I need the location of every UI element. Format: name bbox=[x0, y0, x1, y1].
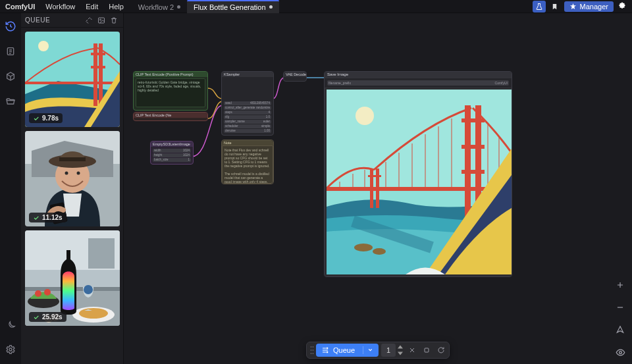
queue-item[interactable]: 9.78s bbox=[25, 32, 120, 127]
prompt-text[interactable]: retro-futuristic Golden Gate bridge, vin… bbox=[136, 78, 205, 107]
rail-settings-button[interactable] bbox=[4, 343, 17, 356]
queue-title: QUEUE bbox=[25, 16, 50, 24]
svg-rect-18 bbox=[59, 157, 86, 161]
rail-history-button[interactable] bbox=[4, 20, 17, 33]
check-icon bbox=[33, 215, 40, 221]
close-icon bbox=[408, 346, 416, 354]
stop-icon bbox=[423, 346, 431, 354]
unsaved-dot-icon bbox=[177, 5, 180, 9]
queue-image-button[interactable] bbox=[96, 15, 107, 26]
svg-point-63 bbox=[310, 353, 311, 354]
rail-models-button[interactable] bbox=[4, 70, 17, 83]
batch-count[interactable]: 1 bbox=[381, 344, 396, 357]
eye-icon bbox=[616, 348, 625, 357]
svg-point-15 bbox=[65, 172, 68, 175]
queue-header: QUEUE bbox=[21, 13, 123, 28]
unsaved-dot-icon bbox=[269, 5, 273, 9]
preview-image bbox=[327, 90, 512, 274]
field-row[interactable]: width1024 bbox=[153, 149, 191, 153]
menu-help[interactable]: Help bbox=[103, 1, 129, 13]
graph-canvas[interactable]: CLIP Text Encode (Positive Prompt) retro… bbox=[124, 13, 632, 364]
node-title: KSampler bbox=[222, 72, 273, 77]
drag-handle[interactable] bbox=[308, 346, 316, 355]
svg-point-58 bbox=[619, 351, 621, 353]
cube-icon bbox=[5, 71, 16, 82]
menu-workflow[interactable]: Workflow bbox=[40, 1, 80, 13]
step-up-button[interactable] bbox=[396, 344, 404, 350]
fit-view-button[interactable] bbox=[614, 323, 627, 336]
field-row[interactable]: seed483139545574 bbox=[224, 101, 271, 105]
field-row[interactable]: steps4 bbox=[224, 111, 271, 115]
check-icon bbox=[33, 115, 40, 122]
folder-open-icon bbox=[5, 96, 16, 107]
collapse-icon bbox=[85, 16, 93, 24]
beaker-button[interactable] bbox=[533, 1, 546, 13]
puzzle-icon bbox=[618, 2, 627, 11]
node-title: EmptySD3LatentImage bbox=[151, 142, 193, 147]
field-row[interactable]: batch_size1 bbox=[153, 158, 191, 162]
svg-point-29 bbox=[79, 308, 108, 319]
run-toolbar: Queue 1 bbox=[306, 342, 450, 359]
svg-rect-40 bbox=[461, 145, 485, 149]
plus-icon bbox=[616, 280, 625, 290]
node-title: CLIP Text Encode (Positive Prompt) bbox=[134, 72, 207, 77]
extensions-button[interactable] bbox=[616, 1, 628, 13]
node-title: Note bbox=[222, 140, 273, 145]
svg-point-2 bbox=[9, 348, 12, 351]
queue-clear-button[interactable] bbox=[109, 15, 119, 26]
chevron-down-icon bbox=[398, 351, 403, 355]
queue-item[interactable]: 11.12s bbox=[25, 131, 120, 226]
stop-button[interactable] bbox=[420, 344, 433, 357]
svg-point-57 bbox=[373, 248, 386, 255]
field-row[interactable]: sampler_nameeuler bbox=[224, 120, 271, 124]
bookmark-button[interactable] bbox=[548, 1, 562, 13]
node-note[interactable]: Note Note that Flux dev and schnell do n… bbox=[221, 140, 274, 184]
node-save-image[interactable]: Save Image filename_prefix ComfyUI bbox=[324, 71, 512, 277]
cancel-button[interactable] bbox=[406, 344, 419, 357]
queue-item[interactable]: 25.92s bbox=[25, 230, 120, 326]
zoom-out-button[interactable] bbox=[614, 301, 627, 314]
app-logo: ComfyUI bbox=[0, 1, 40, 13]
queue-run-button[interactable]: Queue bbox=[316, 344, 379, 357]
zoom-in-button[interactable] bbox=[614, 278, 627, 292]
manager-button[interactable]: Manager bbox=[564, 1, 614, 12]
svg-rect-22 bbox=[88, 238, 115, 269]
node-clip-positive[interactable]: CLIP Text Encode (Positive Prompt) retro… bbox=[133, 71, 208, 111]
menu-edit[interactable]: Edit bbox=[80, 1, 103, 13]
tab-workflow-2[interactable]: Workflow 2 bbox=[132, 0, 187, 13]
rail-theme-button[interactable] bbox=[4, 319, 17, 332]
rail-folder-button[interactable] bbox=[4, 95, 17, 108]
field-row[interactable]: schedulersimple bbox=[224, 124, 271, 128]
svg-rect-11 bbox=[25, 82, 120, 84]
field-row[interactable]: denoise1.00 bbox=[224, 129, 271, 133]
field-row[interactable]: height1024 bbox=[153, 153, 191, 157]
queue-dropdown[interactable] bbox=[363, 346, 373, 354]
note-text: Note that Flux dev and schnell do not ha… bbox=[222, 145, 273, 184]
flow-icon bbox=[321, 346, 329, 354]
tab-flux-bottle[interactable]: Flux Bottle Generation bbox=[187, 0, 278, 13]
node-vae-decode[interactable]: VAE Decode bbox=[283, 71, 307, 82]
field-row[interactable]: filename_prefix ComfyUI bbox=[327, 80, 509, 86]
moon-icon bbox=[5, 321, 16, 331]
svg-point-4 bbox=[100, 19, 101, 20]
node-title: CLIP Text Encode (Ne bbox=[134, 113, 207, 118]
step-down-button[interactable] bbox=[396, 350, 404, 357]
field-row[interactable]: cfg1.0 bbox=[224, 115, 271, 119]
locate-icon bbox=[616, 325, 625, 334]
tab-label: Workflow 2 bbox=[138, 3, 174, 11]
bookmark-icon bbox=[551, 3, 558, 11]
node-ksampler[interactable]: KSampler seed483139545574 control_after_… bbox=[221, 71, 274, 136]
svg-rect-39 bbox=[461, 118, 485, 122]
refresh-button[interactable] bbox=[434, 344, 448, 357]
node-clip-negative[interactable]: CLIP Text Encode (Ne bbox=[133, 112, 208, 121]
toggle-visibility-button[interactable] bbox=[614, 346, 627, 359]
queue-collapse-button[interactable] bbox=[84, 15, 94, 26]
svg-rect-41 bbox=[461, 170, 485, 174]
rail-notes-button[interactable] bbox=[4, 45, 17, 58]
node-empty-latent[interactable]: EmptySD3LatentImage width1024 height1024… bbox=[150, 141, 194, 165]
node-title: Save Image bbox=[325, 72, 512, 78]
queue-run-label: Queue bbox=[333, 346, 355, 354]
main-menu: ComfyUI Workflow Edit Help bbox=[0, 1, 129, 13]
field-row[interactable]: control_after_generaterandomize bbox=[224, 106, 271, 110]
queue-time-badge: 9.78s bbox=[29, 113, 63, 123]
